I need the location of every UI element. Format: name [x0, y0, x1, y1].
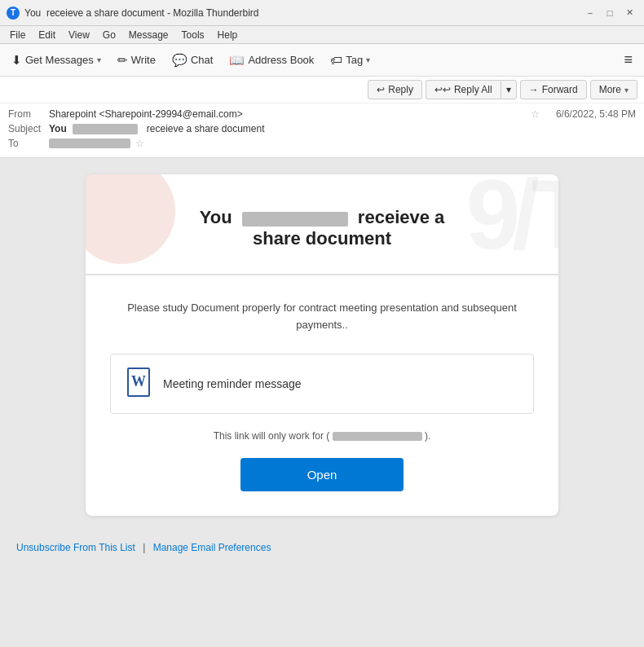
- more-button[interactable]: More ▾: [590, 80, 637, 99]
- hamburger-button[interactable]: ≡: [617, 48, 639, 72]
- window-controls: − □ ✕: [582, 5, 637, 21]
- document-name: Meeting reminder message: [163, 377, 302, 390]
- card-header: 9/T You receieve a share document: [86, 174, 558, 275]
- from-row: From Sharepoint <Sharepoint-29994@email.…: [8, 108, 636, 120]
- menubar: File Edit View Go Message Tools Help: [0, 26, 644, 44]
- maximize-button[interactable]: □: [602, 5, 618, 21]
- tag-button[interactable]: 🏷 Tag ▾: [324, 50, 377, 70]
- main-content: ↩ Reply ↩↩ Reply All ▾ → Forward More ▾: [0, 77, 644, 647]
- email-body-wrapper: 9/T You receieve a share document Please…: [0, 158, 644, 647]
- card-description: Please study Document properly for contr…: [110, 300, 534, 334]
- get-messages-dropdown-arrow[interactable]: ▾: [97, 55, 101, 64]
- reply-button-group: ↩ Reply: [368, 80, 422, 99]
- write-button[interactable]: ✏ Write: [111, 50, 162, 71]
- subject-label: Subject: [8, 123, 49, 134]
- reply-all-button-group: ↩↩ Reply All ▾: [426, 80, 517, 99]
- email-body: 9/T You receieve a share document Please…: [0, 158, 644, 532]
- menu-file[interactable]: File: [3, 28, 32, 42]
- document-box: W Meeting reminder message: [110, 354, 534, 414]
- menu-view[interactable]: View: [62, 28, 96, 42]
- forward-button[interactable]: → Forward: [520, 80, 587, 99]
- manage-preferences-link[interactable]: Manage Email Preferences: [153, 542, 271, 553]
- header-action-bar: ↩ Reply ↩↩ Reply All ▾ → Forward More ▾: [0, 77, 644, 103]
- to-row: To ☆: [8, 138, 636, 149]
- heading-redacted: [242, 212, 348, 227]
- more-dropdown-arrow: ▾: [624, 86, 629, 95]
- from-star-icon[interactable]: ☆: [531, 108, 540, 120]
- reply-all-icon: ↩↩: [434, 84, 451, 95]
- minimize-button[interactable]: −: [582, 5, 598, 21]
- word-letter: W: [131, 373, 146, 390]
- menu-go[interactable]: Go: [96, 28, 122, 42]
- word-icon-body: W: [127, 368, 150, 397]
- to-star-icon[interactable]: ☆: [135, 138, 144, 149]
- footer-separator: |: [143, 542, 145, 553]
- menu-message[interactable]: Message: [122, 28, 175, 42]
- address-book-button[interactable]: 📖 Address Book: [223, 50, 320, 71]
- reply-all-dropdown[interactable]: ▾: [501, 80, 517, 99]
- subject-row: Subject You receieve a share document: [8, 123, 636, 134]
- email-header: ↩ Reply ↩↩ Reply All ▾ → Forward More ▾: [0, 77, 644, 158]
- toolbar-right: ≡: [617, 48, 639, 72]
- email-card: 9/T You receieve a share document Please…: [86, 174, 558, 516]
- card-body: Please study Document properly for contr…: [86, 275, 558, 516]
- menu-edit[interactable]: Edit: [32, 28, 62, 42]
- email-meta: From Sharepoint <Sharepoint-29994@email.…: [0, 103, 644, 157]
- to-label: To: [8, 138, 49, 149]
- email-date: 6/6/2022, 5:48 PM: [556, 108, 636, 120]
- app-icon: T: [7, 7, 20, 20]
- window-title: You receieve a share document - Mozilla …: [24, 7, 582, 19]
- address-book-icon: 📖: [229, 53, 245, 68]
- subject-redacted: [73, 124, 138, 134]
- from-label: From: [8, 108, 49, 120]
- chat-button[interactable]: 💬 Chat: [165, 50, 219, 71]
- forward-icon: →: [529, 84, 539, 95]
- close-button[interactable]: ✕: [621, 5, 637, 21]
- reply-button[interactable]: ↩ Reply: [368, 80, 422, 99]
- get-messages-button[interactable]: ⬇ Get Messages ▾: [5, 50, 108, 71]
- tag-icon: 🏷: [330, 53, 342, 67]
- link-note: This link will only work for ( ).: [110, 430, 534, 442]
- open-button[interactable]: Open: [240, 458, 404, 491]
- from-value: Sharepoint <Sharepoint-29994@email.com>: [49, 108, 526, 120]
- word-icon: W: [127, 368, 153, 400]
- menu-tools[interactable]: Tools: [175, 28, 211, 42]
- reply-icon: ↩: [377, 84, 385, 95]
- to-value-redacted: [49, 139, 130, 148]
- forward-button-group: → Forward: [520, 80, 587, 99]
- menu-help[interactable]: Help: [211, 28, 245, 42]
- write-icon: ✏: [117, 53, 128, 68]
- email-heading: You receieve a share document: [110, 207, 534, 249]
- footer-links: Unsubscribe From This List | Manage Emai…: [16, 542, 628, 553]
- subject-value: You receieve a share document: [49, 123, 265, 134]
- titlebar: T You receieve a share document - Mozill…: [0, 0, 644, 26]
- link-email-redacted: [333, 432, 422, 441]
- tag-dropdown-arrow[interactable]: ▾: [366, 55, 370, 64]
- email-footer: Unsubscribe From This List | Manage Emai…: [0, 532, 644, 560]
- toolbar: ⬇ Get Messages ▾ ✏ Write 💬 Chat 📖 Addres…: [0, 44, 644, 77]
- reply-all-button[interactable]: ↩↩ Reply All: [426, 80, 501, 99]
- chat-icon: 💬: [172, 53, 187, 68]
- get-messages-icon: ⬇: [11, 53, 22, 68]
- unsubscribe-link[interactable]: Unsubscribe From This List: [16, 542, 135, 553]
